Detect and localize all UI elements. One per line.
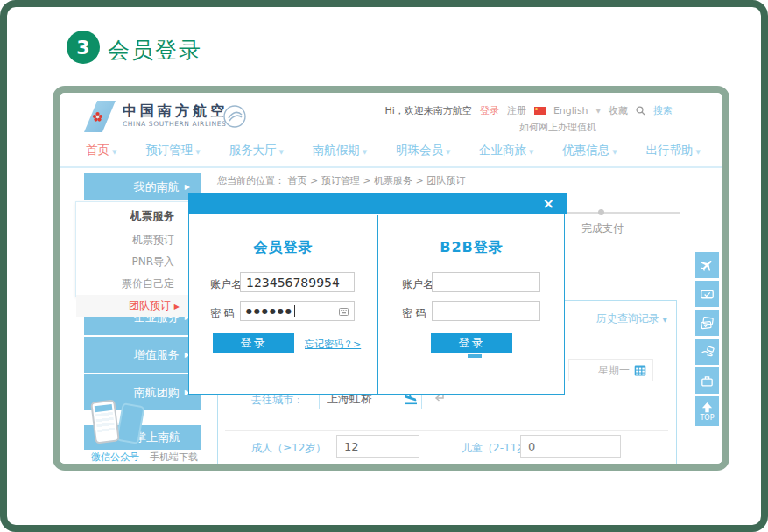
phone-mockup: [116, 402, 144, 444]
airplane-icon: [696, 255, 717, 276]
member-login-title: 会员登录: [189, 239, 377, 257]
china-flag-icon: [534, 107, 546, 115]
progress-final-step-label: 完成支付: [581, 221, 624, 236]
progress-line: [566, 212, 680, 214]
screenshot-frame: 中国南方航空 CHINA SOUTHERN AIRLINES Hi，欢迎来南方航…: [53, 86, 729, 471]
b2b-login-button[interactable]: 登录: [431, 333, 512, 353]
chevron-down-icon: ▼: [363, 149, 367, 156]
logo-english-name: CHINA SOUTHERN AIRLINES: [123, 120, 226, 128]
b2b-password-input[interactable]: [432, 301, 540, 321]
breadcrumb-path[interactable]: 首页 > 预订管理 > 机票服务 > 团队预订: [288, 175, 466, 186]
flyout-item-fare-diy[interactable]: 票价自己定: [76, 273, 190, 295]
topbar: Hi，欢迎来南方航空 登录 注册 English ▼ 收藏 搜索: [385, 104, 673, 117]
favorite-link[interactable]: 收藏: [609, 104, 628, 117]
arrow-up-icon: [701, 402, 714, 413]
chevron-down-icon: ▼: [112, 149, 116, 156]
language-selector[interactable]: English: [553, 105, 588, 116]
chevron-down-icon: ▼: [612, 149, 617, 156]
flyout-item-group-booking[interactable]: 团队预订 ▶: [76, 295, 190, 317]
tickets-tool-button[interactable]: [695, 310, 719, 336]
sidebar-app-links: 微信公众号 手机端下载: [84, 450, 201, 464]
greeting-text: Hi，欢迎来南方航空: [385, 104, 472, 117]
wechat-account-link[interactable]: 微信公众号: [91, 451, 139, 464]
boarding-pass-check-icon: [700, 287, 715, 302]
service-tool-button[interactable]: [695, 339, 719, 365]
nav-booking-management[interactable]: 预订管理▼: [145, 143, 200, 158]
search-link[interactable]: 搜索: [653, 104, 673, 117]
breadcrumb-prefix: 您当前的位置：: [217, 175, 285, 186]
step-number-badge: 3: [67, 31, 100, 64]
obscured-text-fragment: [468, 354, 482, 358]
history-records-dropdown[interactable]: 历史查询记录 ▼: [596, 312, 667, 326]
flyout-item-pnr-import[interactable]: PNR导入: [76, 251, 190, 273]
login-link[interactable]: 登录: [480, 104, 499, 117]
login-modal: × 会员登录 账户名 密 码 ●●●●●● 登录 忘记密码？>: [188, 192, 565, 395]
b2b-username-input[interactable]: [432, 272, 540, 292]
flyout-item-ticket-booking[interactable]: 机票预订: [76, 229, 190, 251]
destination-city-label: 去往城市：: [251, 393, 304, 408]
skyteam-logo: [222, 104, 247, 129]
arrow-right-icon: ▶: [185, 183, 190, 191]
breadcrumb: 您当前的位置： 首页 > 预订管理 > 机票服务 > 团队预订: [217, 174, 465, 187]
nav-pearl-member[interactable]: 明珠会员▼: [396, 143, 450, 158]
adult-count-label: 成人（≥12岁）: [251, 441, 326, 456]
mobile-app-image: [89, 401, 159, 446]
adult-count-input[interactable]: [336, 435, 419, 458]
chevron-down-icon: ▼: [529, 149, 533, 156]
member-username-input[interactable]: [240, 272, 355, 292]
baggage-tool-button[interactable]: [695, 368, 719, 394]
arrow-right-icon: ▶: [174, 303, 180, 311]
member-password-input[interactable]: ●●●●●●: [240, 301, 355, 321]
tutorial-card: 3 会员登录 中国南方航空 CHINA SOUTHERN AIRLINES: [0, 0, 768, 532]
sidebar-item-my-csair[interactable]: 我的南航 ▶: [84, 173, 201, 200]
logo-chinese-name: 中国南方航空: [123, 102, 228, 121]
step-title: 会员登录: [108, 36, 202, 65]
sidebar-item-value-added-services[interactable]: 增值服务 ▶: [84, 337, 201, 373]
kapok-flower-icon: [92, 111, 103, 122]
nav-promotions[interactable]: 优惠信息▼: [562, 143, 617, 158]
modal-header-bar: [188, 192, 567, 214]
main-nav: 首页▼ 预订管理▼ 服务大厅▼ 南航假期▼ 明珠会员▼ 企业商旅▼ 优惠信息▼ …: [86, 143, 701, 158]
calendar-icon: [634, 364, 646, 376]
close-icon[interactable]: ×: [543, 195, 554, 213]
form-divider: [225, 430, 668, 431]
search-icon[interactable]: [636, 106, 645, 116]
flight-booking-tool-button[interactable]: [695, 252, 719, 278]
floating-toolbar: TOP: [695, 252, 719, 429]
chevron-down-icon: ▼: [446, 149, 450, 156]
nav-corporate-travel[interactable]: 企业商旅▼: [479, 143, 533, 158]
nav-underline: [60, 166, 722, 168]
date-weekday-field[interactable]: 星期一: [568, 359, 653, 382]
member-password-label: 密 码: [210, 306, 235, 321]
ticket-service-flyout: 机票服务 机票预订 PNR导入 票价自己定 团队预订 ▶: [75, 201, 191, 298]
website-screenshot: 中国南方航空 CHINA SOUTHERN AIRLINES Hi，欢迎来南方航…: [60, 93, 722, 464]
child-count-input[interactable]: [520, 435, 621, 458]
checkin-tool-button[interactable]: [695, 281, 719, 307]
progress-step-dot: [598, 209, 604, 215]
flyout-header: 机票服务: [76, 202, 190, 229]
forgot-password-link[interactable]: 忘记密码？>: [305, 338, 361, 351]
b2b-username-label: 账户名: [402, 277, 433, 292]
back-to-top-button[interactable]: TOP: [695, 396, 719, 426]
chevron-down-icon: ▼: [596, 108, 601, 115]
tickets-check-icon: [700, 316, 715, 331]
nav-holidays[interactable]: 南航假期▼: [313, 143, 367, 158]
b2b-password-label: 密 码: [402, 306, 426, 321]
member-username-label: 账户名: [210, 277, 242, 292]
nav-travel-help[interactable]: 出行帮助▼: [646, 143, 701, 158]
online-checkin-link[interactable]: 如何网上办理值机: [519, 121, 596, 134]
chevron-down-icon: ▼: [278, 149, 283, 156]
briefcase-icon: [700, 374, 715, 388]
nav-home[interactable]: 首页▼: [86, 143, 116, 158]
chevron-down-icon: ▼: [696, 149, 701, 156]
b2b-login-title: B2B登录: [377, 239, 566, 257]
app-download-link[interactable]: 手机端下载: [150, 451, 198, 464]
chevron-down-icon: ▼: [663, 317, 667, 324]
chevron-down-icon: ▼: [195, 149, 200, 156]
airline-logo: [84, 101, 116, 132]
phone-mockup: [90, 399, 120, 444]
register-link[interactable]: 注册: [507, 104, 526, 117]
secure-keyboard-icon[interactable]: [339, 308, 349, 316]
nav-service-hall[interactable]: 服务大厅▼: [229, 143, 283, 158]
member-login-button[interactable]: 登录: [213, 333, 294, 353]
